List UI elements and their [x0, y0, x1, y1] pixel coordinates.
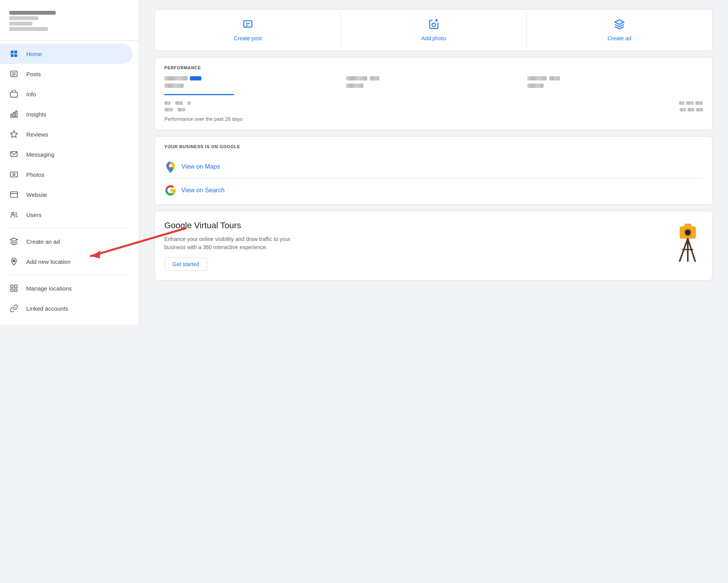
sidebar-item-photos-label: Photos	[26, 171, 44, 178]
svg-point-31	[432, 23, 435, 27]
svg-rect-9	[11, 114, 12, 117]
add-location-icon	[9, 257, 19, 266]
sidebar-divider-2	[9, 275, 130, 275]
performance-metrics	[164, 76, 703, 88]
svg-rect-37	[684, 224, 691, 227]
svg-rect-2	[11, 54, 14, 57]
add-photo-label: Add photo	[421, 35, 446, 41]
metric-1-value	[164, 76, 188, 80]
sidebar-item-reviews[interactable]: Reviews	[0, 124, 133, 144]
bog-title: YOUR BUSINESS IS ON GOOGLE	[164, 144, 703, 149]
svg-rect-1	[14, 51, 17, 53]
svg-point-32	[169, 164, 172, 167]
sidebar-nav: Home Posts Info Insight	[0, 44, 139, 318]
create-post-icon	[242, 19, 253, 32]
svg-point-36	[686, 231, 690, 234]
maps-icon	[164, 161, 177, 173]
sidebar-item-insights-label: Insights	[26, 111, 46, 118]
sidebar-item-photos[interactable]: Photos	[0, 164, 133, 185]
svg-rect-11	[16, 111, 17, 118]
sidebar-item-insights[interactable]: Insights	[0, 104, 133, 124]
svg-rect-25	[15, 285, 17, 287]
performance-title: PERFORMANCE	[164, 65, 703, 70]
photos-icon	[9, 170, 19, 179]
performance-tab-indicator	[164, 94, 234, 95]
main-content: Create post Add photo Create ad PERFORMA…	[139, 0, 728, 583]
sidebar-item-home-label: Home	[26, 51, 42, 57]
vt-description: Enhance your online visibility and draw …	[164, 235, 311, 251]
home-icon	[9, 49, 19, 58]
performance-rows	[164, 101, 703, 111]
svg-rect-0	[11, 51, 14, 53]
users-icon	[9, 210, 19, 219]
logo-area	[0, 6, 139, 41]
create-post-label: Create post	[234, 35, 262, 41]
create-ad-label: Create ad	[607, 35, 631, 41]
view-on-maps-link[interactable]: View on Maps	[164, 155, 703, 179]
sidebar-item-add-location[interactable]: Add new location	[0, 251, 133, 272]
sidebar-item-info-label: Info	[26, 91, 36, 97]
info-icon	[9, 89, 19, 99]
view-on-search-text: View on Search	[181, 187, 225, 194]
sidebar-item-manage-locations-label: Manage locations	[26, 285, 72, 292]
sidebar-divider	[9, 228, 130, 228]
sidebar-item-messaging[interactable]: Messaging	[0, 144, 133, 164]
performance-card: PERFORMANCE	[155, 57, 713, 130]
sidebar-item-messaging-label: Messaging	[26, 151, 55, 158]
messaging-icon	[9, 150, 19, 159]
sidebar-item-linked-accounts-label: Linked accounts	[26, 305, 68, 312]
get-started-button[interactable]: Get started	[164, 258, 207, 271]
add-photo-button[interactable]: Add photo	[341, 13, 527, 48]
virtual-tours-card: Google Virtual Tours Enhance your online…	[155, 211, 713, 280]
svg-marker-12	[10, 131, 17, 137]
google-g-icon	[164, 184, 177, 197]
sidebar-item-users-label: Users	[26, 212, 41, 218]
website-icon	[9, 190, 19, 199]
perf-row-2	[164, 108, 703, 111]
create-ad-qa-icon	[614, 19, 625, 32]
create-ad-button[interactable]: Create ad	[527, 13, 712, 48]
svg-rect-14	[10, 172, 17, 177]
sidebar-item-create-ad[interactable]: Create an ad	[0, 231, 133, 251]
quick-actions-card: Create post Add photo Create ad	[155, 9, 713, 51]
camera-illustration	[672, 221, 703, 259]
svg-rect-28	[244, 21, 252, 27]
business-on-google-card: YOUR BUSINESS IS ON GOOGLE View on Maps	[155, 136, 713, 205]
svg-rect-26	[11, 289, 13, 291]
vt-content: Google Virtual Tours Enhance your online…	[164, 221, 672, 271]
sidebar-item-posts[interactable]: Posts	[0, 64, 133, 84]
sidebar-item-create-ad-label: Create an ad	[26, 238, 60, 245]
insights-icon	[9, 109, 19, 119]
view-on-maps-text: View on Maps	[181, 163, 220, 170]
reviews-icon	[9, 130, 19, 139]
sidebar-item-home[interactable]: Home	[0, 44, 133, 64]
create-ad-icon	[9, 237, 19, 246]
sidebar-item-website-label: Website	[26, 191, 47, 198]
svg-rect-24	[11, 285, 13, 287]
sidebar-item-linked-accounts[interactable]: Linked accounts	[0, 298, 133, 318]
metric-3	[527, 76, 703, 88]
sidebar-item-users[interactable]: Users	[0, 205, 133, 225]
create-post-button[interactable]: Create post	[155, 13, 341, 48]
sidebar-item-add-location-label: Add new location	[26, 258, 70, 265]
view-on-search-link[interactable]: View on Search	[164, 179, 703, 197]
svg-point-15	[13, 173, 15, 176]
posts-icon	[9, 69, 19, 79]
sidebar-item-reviews-label: Reviews	[26, 131, 48, 138]
svg-rect-16	[10, 192, 17, 198]
metric-1	[164, 76, 340, 88]
manage-locations-icon	[9, 284, 19, 293]
perf-row-1	[164, 101, 703, 105]
svg-point-20	[12, 212, 14, 215]
add-photo-icon	[428, 19, 439, 32]
vt-title: Google Virtual Tours	[164, 221, 672, 231]
sidebar-item-info[interactable]: Info	[0, 84, 133, 104]
svg-rect-10	[13, 112, 15, 117]
sidebar-item-manage-locations[interactable]: Manage locations	[0, 278, 133, 298]
metric-2	[346, 76, 522, 88]
svg-rect-3	[14, 54, 17, 57]
sidebar-item-posts-label: Posts	[26, 71, 41, 77]
sidebar-item-website[interactable]: Website	[0, 185, 133, 205]
svg-rect-8	[10, 92, 17, 97]
linked-accounts-icon	[9, 304, 19, 313]
